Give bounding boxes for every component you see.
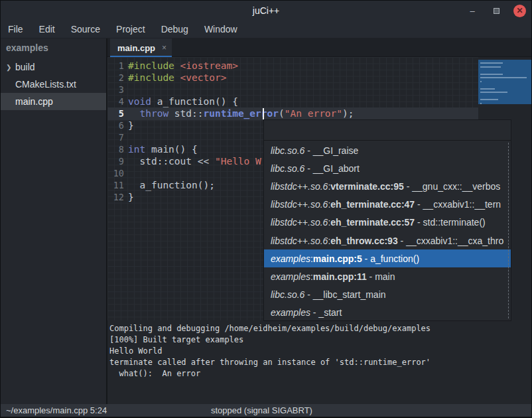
code-line-text: void a_function() { [124, 96, 238, 107]
code-segment: <iostream> [180, 60, 238, 71]
file-tree: ❯ build CMakeLists.txt main.cpp [1, 58, 106, 110]
code-segment: a_function() { [151, 96, 238, 107]
frame-function: - _start [310, 307, 342, 318]
code-segment: runtime_error [204, 108, 279, 119]
terminal-output[interactable]: Compiling and debugging /home/eidheim/ex… [107, 320, 532, 404]
backtrace-item[interactable]: examples:main.cpp:11 - main [264, 267, 511, 285]
code-segment: ( [279, 108, 285, 119]
minimap-code-line [480, 103, 482, 104]
terminal-line: terminate called after throwing an insta… [109, 357, 532, 368]
code-line-text: std::cout << "Hello W [124, 155, 261, 167]
tab-label: main.cpp [117, 43, 158, 53]
minimap-code-line [480, 77, 527, 78]
backtrace-item[interactable]: libstdc++.so.6:eh_terminate.cc:57 - std:… [264, 214, 511, 232]
minimap-code-line [480, 74, 503, 75]
frame-library: libstdc++.so.6 [271, 236, 328, 246]
tab-close-icon[interactable]: × [162, 43, 166, 52]
code-line-text: } [124, 191, 134, 203]
code-segment: #include [128, 60, 180, 71]
terminal-line: [100%] Built target examples [109, 334, 532, 346]
sidebar-item[interactable]: main.cpp [1, 93, 106, 110]
backtrace-filter-input[interactable] [264, 120, 511, 141]
frame-library: examples [271, 307, 310, 318]
code-line-text: a_function(); [124, 179, 215, 191]
window-controls: – ✕ [466, 1, 526, 21]
frame-library: libstdc++.so.6 [271, 181, 328, 192]
terminal-line: what(): An error [109, 368, 532, 380]
backtrace-item[interactable]: examples - _start [264, 304, 511, 320]
code-segment: std:: [168, 108, 203, 119]
menu-bar: FileEditSourceProjectDebugWindow [1, 21, 531, 38]
line-number: 7 [107, 131, 124, 143]
menu-item[interactable]: Window [198, 21, 243, 37]
sidebar-item-label: build [15, 62, 35, 72]
restore-icon[interactable] [490, 4, 503, 17]
terminal-line: Hello World [109, 346, 532, 357]
menu-item[interactable]: Source [65, 21, 106, 37]
backtrace-popup: libc.so.6 - __GI_raiselibc.so.6 - __GI_a… [263, 119, 511, 321]
code-segment: std::cout << [128, 156, 215, 167]
popup-scrollbar[interactable] [508, 143, 509, 318]
project-header: examples [1, 38, 106, 57]
cursor-location: ~/examples/main.cpp 5:24 [6, 405, 107, 415]
minimize-icon[interactable]: – [466, 4, 479, 17]
sidebar-item[interactable]: CMakeLists.txt [1, 76, 106, 93]
frame-function: - std::terminate() [415, 217, 486, 228]
frame-function: - __cxxabiv1::__cxa_thro [398, 236, 504, 246]
code-line[interactable]: 3 [107, 84, 478, 96]
backtrace-item[interactable]: libc.so.6 - __libc_start_main [264, 286, 511, 304]
frame-function: - __libc_start_main [304, 289, 385, 300]
frame-library: libc.so.6 [271, 163, 304, 174]
sidebar-item-label: main.cpp [15, 96, 53, 107]
frame-function: - __GI_abort [304, 163, 360, 174]
status-bar: ~/examples/main.cpp 5:24 stopped (signal… [1, 404, 531, 417]
code-line[interactable]: 1 #include <iostream> [107, 60, 478, 72]
code-line-text: #include <vector> [124, 72, 226, 84]
code-line[interactable]: 4 void a_function() { [107, 96, 478, 107]
chevron-right-icon[interactable]: ❯ [6, 64, 15, 71]
line-number: 5 [107, 107, 124, 119]
backtrace-item[interactable]: libc.so.6 - __GI_abort [264, 159, 511, 177]
restore-glyph [494, 8, 499, 14]
menu-item[interactable]: File [2, 21, 29, 37]
close-icon[interactable]: ✕ [513, 5, 526, 17]
tab-main-cpp[interactable]: main.cpp × [110, 38, 172, 57]
frame-file-line: eh_throw.cc:93 [330, 236, 397, 246]
minimap-visible-region[interactable] [478, 60, 531, 104]
frame-file-line: eh_terminate.cc:47 [330, 199, 415, 210]
menu-item[interactable]: Edit [33, 21, 61, 37]
code-line-text [124, 131, 128, 143]
frame-file-line: main.cpp:11 [313, 271, 367, 282]
title-bar: juCi++ – ✕ [1, 1, 531, 21]
backtrace-item[interactable]: examples:main.cpp:5 - a_function() [264, 249, 511, 267]
code-line[interactable]: 2 #include <vector> [107, 72, 478, 84]
sidebar-item[interactable]: ❯ build [1, 58, 106, 76]
code-segment: a_function(); [128, 180, 215, 190]
frame-function: - __GI_raise [304, 145, 358, 156]
code-segment: ); [342, 108, 354, 119]
frame-function: - a_function() [362, 253, 419, 264]
frame-function: - __gnu_cxx::__verbos [404, 181, 501, 192]
code-line[interactable]: 5 throw std::runtime_error("An error"); [107, 107, 478, 119]
code-segment: <vector> [180, 72, 227, 83]
frame-file-line: main.cpp:5 [313, 253, 362, 264]
backtrace-item[interactable]: libstdc++.so.6:vterminate.cc:95 - __gnu_… [264, 177, 511, 195]
code-segment: throw [139, 108, 168, 119]
minimap-code-line [480, 62, 503, 64]
code-segment: #include [128, 72, 180, 83]
juci-window: juCi++ – ✕ FileEditSourceProjectDebugWin… [0, 0, 532, 418]
sidebar-item-label: CMakeLists.txt [15, 79, 76, 90]
code-segment: void [128, 96, 151, 107]
backtrace-item[interactable]: libstdc++.so.6:eh_terminate.cc:47 - __cx… [264, 196, 511, 214]
file-tree-sidebar: examples ❯ build CMakeLists.txt main.cpp [1, 38, 106, 404]
backtrace-item[interactable]: libc.so.6 - __GI_raise [264, 141, 511, 159]
frame-library: examples [271, 271, 310, 282]
menu-item[interactable]: Debug [155, 21, 194, 37]
line-number: 12 [107, 191, 124, 203]
code-segment: main() { [145, 144, 198, 155]
frame-library: libc.so.6 [271, 145, 304, 156]
debug-status: stopped (signal SIGABRT) [211, 405, 312, 415]
backtrace-item[interactable]: libstdc++.so.6:eh_throw.cc:93 - __cxxabi… [264, 232, 511, 249]
code-line-text [124, 167, 128, 179]
menu-item[interactable]: Project [110, 21, 151, 37]
